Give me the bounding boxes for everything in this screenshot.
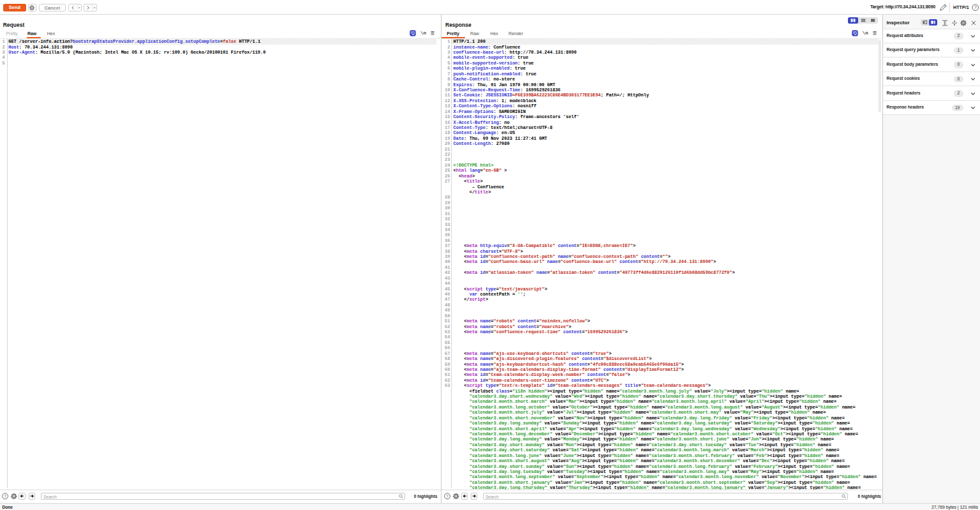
svg-text:?: ? <box>974 4 977 10</box>
svg-text:?: ? <box>447 494 449 499</box>
svg-text:?: ? <box>4 494 6 499</box>
